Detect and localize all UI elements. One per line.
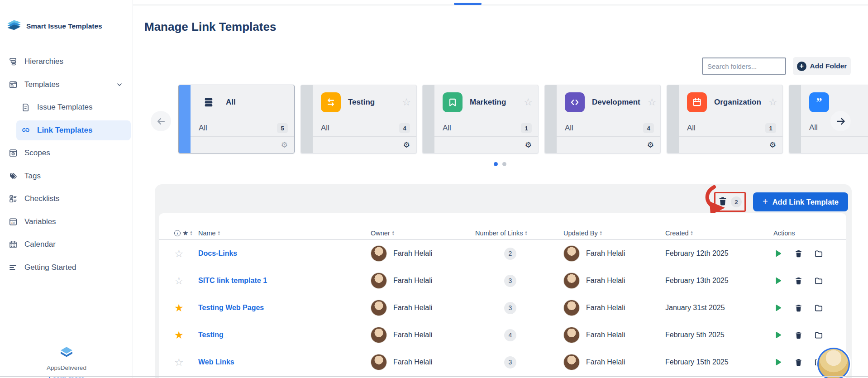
add-folder-button[interactable]: + Add Folder xyxy=(793,57,851,75)
delete-icon[interactable] xyxy=(794,303,803,312)
favorite-star-icon[interactable]: ☆ xyxy=(648,97,657,107)
created-date: February 15th 2025 xyxy=(665,358,769,366)
move-to-folder-icon[interactable] xyxy=(814,330,823,340)
favorite-star-icon[interactable]: ☆ xyxy=(174,249,198,259)
template-name-link[interactable]: Testing Web Pages xyxy=(198,304,362,312)
folder-card-all[interactable]: All All 5 ⚙ xyxy=(178,85,295,153)
link-templates-panel: 2 + Add Link Template i ★ ▴▾ Name▴▾ Owne… xyxy=(155,184,852,378)
app-window: Smart Issue Templates Hierarchies xyxy=(0,0,868,378)
plus-icon: + xyxy=(763,197,768,207)
folder-card-organization[interactable]: Organization ☆ All 1 ⚙ xyxy=(667,85,783,153)
table-row: ☆ Web Links Farah Helali 3 Farah Helali … xyxy=(159,349,846,376)
sidebar-item-tags[interactable]: Tags xyxy=(0,165,133,188)
add-link-template-button[interactable]: + Add Link Template xyxy=(753,192,848,211)
bookmark-icon xyxy=(443,92,463,112)
move-to-folder-icon[interactable] xyxy=(814,303,823,312)
table-header-star-column[interactable]: i ★ ▴▾ xyxy=(174,230,198,236)
links-count-badge: 4 xyxy=(504,329,516,341)
link-templates-table: i ★ ▴▾ Name▴▾ Owner▴▾ Number of Links▴▾ … xyxy=(159,213,846,378)
code-icon xyxy=(565,92,585,112)
apply-template-icon[interactable] xyxy=(773,303,782,312)
carousel-dot-1[interactable] xyxy=(494,162,498,166)
app-logo-icon xyxy=(6,18,22,34)
sort-icon[interactable]: ▴▾ xyxy=(190,230,192,236)
card-accent-strip xyxy=(789,85,801,153)
search-folders-input[interactable] xyxy=(702,57,786,75)
row-actions xyxy=(769,303,846,312)
move-to-folder-icon[interactable] xyxy=(814,249,823,258)
sort-icon[interactable]: ▴▾ xyxy=(691,230,693,236)
delete-icon[interactable] xyxy=(794,330,803,340)
apply-template-icon[interactable] xyxy=(773,330,782,340)
favorite-star-icon[interactable]: ☆ xyxy=(524,97,533,107)
delete-icon[interactable] xyxy=(794,249,803,258)
template-name-link[interactable]: Docs-Links xyxy=(198,249,362,258)
updated-by-cell: Farah Helali xyxy=(553,245,665,262)
bulk-delete-button[interactable]: 2 xyxy=(714,192,746,212)
template-name-link[interactable]: SITC link template 1 xyxy=(198,277,362,285)
move-to-folder-icon[interactable] xyxy=(814,276,823,285)
folder-count-badge: 4 xyxy=(399,123,410,133)
updated-by-cell: Farah Helali xyxy=(553,300,665,316)
table-header-created[interactable]: Created▴▾ xyxy=(665,230,769,237)
template-name-link[interactable]: Web Links xyxy=(198,358,362,366)
app-logo[interactable]: Smart Issue Templates xyxy=(6,18,102,34)
card-accent-strip xyxy=(667,85,679,153)
created-date: February 13th 2025 xyxy=(665,277,769,285)
carousel-next-button[interactable] xyxy=(830,111,851,131)
carousel-dot-2[interactable] xyxy=(502,162,506,166)
folder-card-testing[interactable]: Testing ☆ All 4 ⚙ xyxy=(300,85,417,153)
created-date: February 5th 2025 xyxy=(665,331,769,339)
info-icon: i xyxy=(174,230,181,236)
carousel-prev-button[interactable] xyxy=(151,111,171,131)
sidebar-item-hierarchies[interactable]: Hierarchies xyxy=(0,50,133,73)
table-header-owner[interactable]: Owner▴▾ xyxy=(362,230,475,237)
gear-icon[interactable]: ⚙ xyxy=(281,141,288,149)
sort-icon[interactable]: ▴▾ xyxy=(218,230,220,236)
sidebar-item-calendar[interactable]: Calendar xyxy=(0,233,133,256)
folder-scope: All xyxy=(321,124,329,133)
template-name-link[interactable]: Testing_ xyxy=(198,331,362,339)
sort-icon[interactable]: ▴▾ xyxy=(392,230,394,236)
sidebar-item-issue-templates[interactable]: Issue Templates xyxy=(0,96,133,119)
support-chat-avatar[interactable] xyxy=(817,348,850,378)
sidebar-item-templates[interactable]: Templates xyxy=(0,73,133,96)
favorite-star-icon[interactable]: ☆ xyxy=(768,97,777,107)
table-header-name[interactable]: Name▴▾ xyxy=(198,230,362,237)
sidebar-item-variables[interactable]: (x) Variables xyxy=(0,211,133,234)
folder-card-development[interactable]: Development ☆ All 4 ⚙ xyxy=(544,85,661,153)
table-header-updated-by[interactable]: Updated By▴▾ xyxy=(553,230,665,237)
table-header-links[interactable]: Number of Links▴▾ xyxy=(475,230,553,237)
sidebar-item-checklists[interactable]: Checklists xyxy=(0,187,133,211)
sort-icon[interactable]: ▴▾ xyxy=(525,230,527,236)
favorite-star-icon[interactable]: ☆ xyxy=(174,276,198,286)
sidebar-item-link-templates[interactable]: Link Templates xyxy=(0,119,133,142)
apply-template-icon[interactable] xyxy=(773,276,782,285)
favorite-star-icon[interactable]: ★ xyxy=(174,303,198,313)
folder-card-partial[interactable]: ” All xyxy=(789,85,868,153)
carousel-pagination xyxy=(494,162,506,166)
avatar xyxy=(563,354,580,370)
gear-icon[interactable]: ⚙ xyxy=(525,141,532,149)
favorite-star-icon[interactable]: ☆ xyxy=(402,97,411,107)
folder-card-marketing[interactable]: Marketing ☆ All 1 ⚙ xyxy=(422,85,539,153)
chevron-down-icon[interactable] xyxy=(116,81,123,88)
gear-icon[interactable]: ⚙ xyxy=(769,141,776,149)
svg-text:”: ” xyxy=(816,96,822,108)
apply-template-icon[interactable] xyxy=(773,358,782,367)
gear-icon[interactable]: ⚙ xyxy=(647,141,654,149)
card-accent-strip xyxy=(545,85,557,153)
delete-icon[interactable] xyxy=(794,358,803,367)
apply-template-icon[interactable] xyxy=(773,249,782,258)
gear-icon[interactable]: ⚙ xyxy=(403,141,410,149)
sidebar-item-getting-started[interactable]: Getting Started xyxy=(0,256,133,279)
sidebar-item-scopes[interactable]: Scopes xyxy=(0,142,133,165)
table-header-row: i ★ ▴▾ Name▴▾ Owner▴▾ Number of Links▴▾ … xyxy=(159,227,846,240)
scopes-icon xyxy=(9,148,18,158)
favorite-star-icon[interactable]: ☆ xyxy=(174,357,198,368)
avatar xyxy=(371,245,387,262)
row-actions xyxy=(769,276,846,285)
delete-icon[interactable] xyxy=(794,276,803,285)
sort-icon[interactable]: ▴▾ xyxy=(600,230,602,236)
favorite-star-icon[interactable]: ★ xyxy=(174,330,198,340)
